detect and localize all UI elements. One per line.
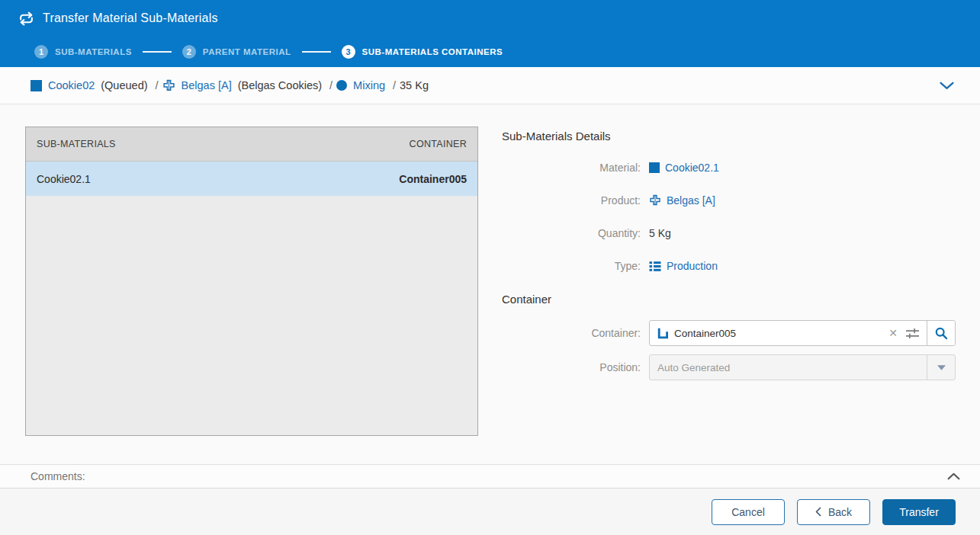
transfer-material-wizard: Transfer Material Sub-Materials 1 SUB-MA… [0, 0, 980, 535]
table-header-row: SUB-MATERIALS CONTAINER [26, 127, 477, 162]
material-square-icon [31, 80, 42, 91]
container-input[interactable] [674, 328, 882, 339]
operation-circle-icon [336, 80, 347, 91]
detail-row-type: Type: Production [502, 260, 956, 272]
position-select: Auto Generated [649, 354, 956, 380]
comments-label: Comments: [31, 470, 85, 482]
production-list-icon [649, 261, 661, 272]
position-label: Position: [502, 361, 641, 373]
breadcrumb-operation-link[interactable]: Mixing [353, 79, 385, 91]
step-connector [143, 51, 172, 53]
breadcrumb-material-link[interactable]: Cookie02 [48, 79, 95, 91]
breadcrumb-separator: / [329, 79, 333, 91]
chevron-down-icon[interactable] [940, 82, 954, 90]
breadcrumb-separator: / [156, 79, 159, 91]
page-title: Transfer Material Sub-Materials [43, 11, 218, 25]
detail-row-material: Material: Cookie02.1 [502, 162, 956, 174]
column-header-container: CONTAINER [410, 139, 467, 149]
detail-row-quantity: Quantity: 5 Kg [502, 227, 956, 239]
container-label: Container: [502, 327, 641, 339]
breadcrumb-separator: / [393, 79, 396, 91]
quantity-label: Quantity: [502, 227, 641, 239]
position-placeholder: Auto Generated [650, 362, 927, 373]
column-header-sub-materials: SUB-MATERIALS [37, 139, 116, 149]
material-square-icon [649, 162, 660, 173]
container-section-title: Container [502, 293, 956, 306]
step-2-circle: 2 [182, 45, 196, 59]
container-icon [650, 327, 674, 339]
breadcrumb-product-link[interactable]: Belgas [A] [182, 79, 232, 91]
chevron-up-icon[interactable] [947, 473, 960, 480]
magnifier-icon[interactable] [927, 321, 955, 345]
cancel-button-label: Cancel [731, 506, 765, 518]
cell-container: Container005 [399, 173, 467, 185]
title-bar: Transfer Material Sub-Materials [0, 0, 980, 37]
material-value-link[interactable]: Cookie02.1 [665, 162, 719, 174]
sub-materials-table: SUB-MATERIALS CONTAINER Cookie02.1 Conta… [25, 127, 478, 436]
sliders-icon[interactable] [904, 328, 927, 339]
product-value-link[interactable]: Belgas [A] [667, 194, 715, 207]
breadcrumb-material-status: (Queued) [101, 79, 147, 91]
back-button-label: Back [828, 506, 852, 518]
transfer-button[interactable]: Transfer [882, 499, 956, 525]
back-button[interactable]: Back [797, 499, 870, 525]
step-3-circle: 3 [342, 45, 355, 59]
cancel-button[interactable]: Cancel [712, 499, 785, 525]
form-row-position: Position: Auto Generated [502, 354, 956, 380]
transfer-arrows-icon [18, 11, 34, 26]
step-1-circle: 1 [34, 45, 48, 59]
type-value: Production [667, 260, 718, 272]
step-1-label: SUB-MATERIALS [55, 47, 132, 56]
form-row-container: Container: ✕ [502, 320, 956, 346]
container-lookup-field: ✕ [649, 320, 956, 346]
step-sub-materials[interactable]: 1 SUB-MATERIALS [34, 45, 132, 59]
comments-bar[interactable]: Comments: [0, 464, 980, 489]
details-title: Sub-Materials Details [502, 130, 956, 143]
wizard-steps: 1 SUB-MATERIALS 2 PARENT MATERIAL 3 SUB-… [0, 37, 980, 67]
breadcrumb: Cookie02 (Queued) / Belgas [A] (Belgas C… [0, 67, 980, 104]
product-cross-icon [162, 79, 175, 92]
type-label: Type: [502, 260, 641, 272]
table-row[interactable]: Cookie02.1 Container005 [26, 162, 477, 196]
step-sub-materials-containers[interactable]: 3 SUB-MATERIALS CONTAINERS [342, 45, 503, 59]
material-label: Material: [502, 162, 641, 174]
product-label: Product: [502, 194, 641, 207]
step-parent-material[interactable]: 2 PARENT MATERIAL [182, 45, 291, 59]
chevron-left-icon [815, 507, 821, 517]
clear-x-icon[interactable]: ✕ [882, 328, 904, 338]
detail-row-product: Product: Belgas [A] [502, 194, 956, 207]
product-cross-icon [649, 194, 661, 207]
details-panel: Sub-Materials Details Material: Cookie02… [502, 104, 956, 389]
transfer-button-label: Transfer [899, 506, 939, 518]
footer-actions: Cancel Back Transfer [0, 489, 980, 535]
quantity-value: 5 Kg [649, 227, 671, 239]
step-2-label: PARENT MATERIAL [203, 47, 291, 56]
main-content: SUB-MATERIALS CONTAINER Cookie02.1 Conta… [0, 104, 980, 464]
breadcrumb-quantity: 35 Kg [400, 79, 429, 91]
breadcrumb-product-desc: (Belgas Cookies) [238, 79, 322, 91]
dropdown-arrow-icon [927, 355, 955, 380]
step-3-label: SUB-MATERIALS CONTAINERS [362, 47, 503, 56]
step-connector [302, 51, 331, 53]
cell-sub-material: Cookie02.1 [37, 173, 91, 185]
